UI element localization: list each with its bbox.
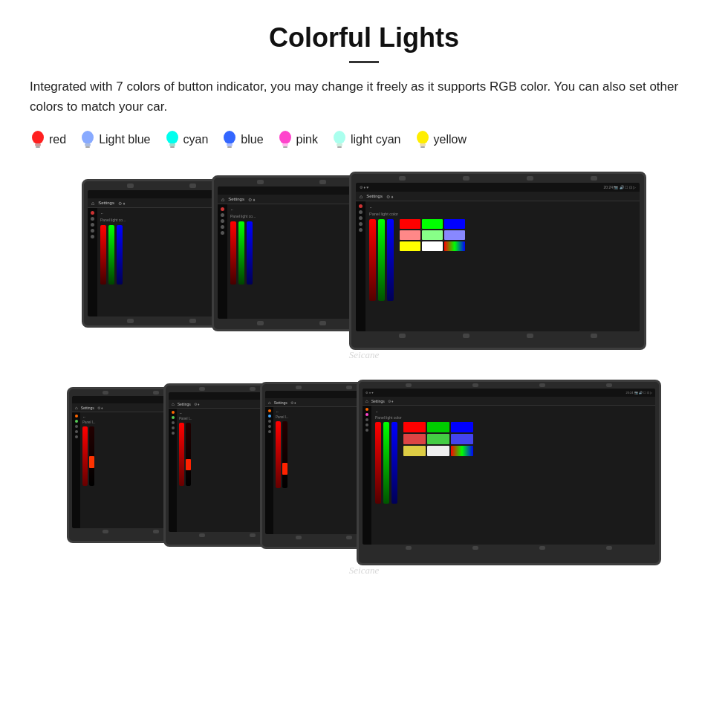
bd4-cc-rainbow: [451, 446, 473, 456]
slider-green-1: [108, 225, 114, 285]
bd3-dot: [268, 425, 271, 428]
home-icon-2: ⌂: [221, 197, 224, 202]
bd4-cc-blue2: [451, 434, 473, 444]
bd4-slider-g: [383, 422, 389, 504]
bd4-status-left: ⚙ ♦ ♥: [365, 391, 374, 394]
mount-tab: [346, 386, 352, 389]
svg-point-0: [32, 131, 44, 144]
svg-point-15: [334, 131, 345, 144]
bulb-icon-blue: [221, 130, 238, 149]
bd4-dot-orange: [365, 408, 368, 411]
settings-icon-2: ⚙ ♦: [248, 197, 256, 202]
svg-rect-14: [283, 146, 287, 148]
mount-tab: [189, 184, 196, 188]
bd4-panel-label: Panel light color: [375, 415, 651, 420]
bd3-dot-orange: [268, 409, 271, 412]
sidebar-dot: [91, 229, 94, 233]
status-time-3: 20:24 📷 🔊 ☐ ⊡ ▷: [604, 185, 636, 189]
bulb-icon-yellow: [415, 130, 431, 149]
slider-red-1: [100, 225, 106, 285]
title-divider: [349, 61, 379, 63]
bd4-status-right: 20:24 📷 🔊 ☐ ⊡ ▷: [625, 391, 652, 394]
bd2-accent: [186, 459, 191, 470]
bd4-sliders: [375, 422, 397, 504]
left-sidebar-2: [218, 204, 227, 319]
bd4-home: ⌂: [365, 399, 368, 403]
mount-tab: [250, 387, 256, 391]
bd1-sidebar: [72, 412, 80, 528]
bd4-settings-icon: ⚙ ♦: [388, 399, 394, 403]
bd3-dot: [268, 420, 271, 423]
mount-tab: [127, 319, 134, 323]
bd4-dot: [365, 423, 368, 426]
mount-tab: [103, 391, 108, 394]
color-cell-white: [422, 241, 443, 251]
color-cell-red: [400, 219, 420, 229]
bd4-back: ←: [375, 409, 651, 414]
svg-rect-16: [337, 143, 342, 146]
sidebar-dot: [91, 223, 94, 227]
left-sidebar-3: [356, 201, 365, 331]
mount-tab: [296, 536, 302, 539]
color-cell-yellow: [400, 241, 420, 251]
sidebar-dot-2d: [221, 231, 224, 235]
bd2-settings-icon: ⚙ ♦: [194, 402, 200, 406]
top-device-row: ⚙ ♦ ⌂ Settings ⚙ ♦: [82, 172, 646, 365]
bd3-settings-label: Settings: [274, 400, 287, 405]
bd4-cc-yellow: [403, 446, 426, 456]
bd2-home: ⌂: [172, 402, 175, 406]
color-cell-ltgreen: [422, 230, 443, 240]
bd2-slider-rk: [186, 423, 191, 486]
bottom-device-4: ⚙ ♦ ♥ 20:24 📷 🔊 ☐ ⊡ ▷ ⌂ Settings ⚙ ♦: [357, 380, 661, 565]
color-label-lightcyan: light cyan: [351, 133, 401, 146]
color-item-cyan: cyan: [164, 130, 209, 149]
bd4-color-grid: [403, 422, 473, 456]
mount-tab: [406, 546, 412, 550]
bd1-slider-r: [82, 426, 88, 486]
mount-tab: [199, 533, 205, 537]
bd4-slider-b: [391, 422, 397, 504]
bd2-sidebar: [169, 409, 177, 532]
bulb-icon-red: [30, 130, 46, 149]
mount-tab: [472, 383, 478, 387]
sidebar-dot-3d: [359, 228, 363, 232]
color-cell-blue: [444, 219, 465, 229]
slider-blue-1: [117, 225, 123, 285]
panel-light-label-3: Panel light color: [369, 212, 636, 216]
bd2-dot: [172, 426, 175, 429]
mount-tab-b: [399, 334, 406, 338]
color-label-blue: blue: [241, 133, 263, 146]
color-item-blue: blue: [221, 130, 263, 149]
bd1-dot: [75, 435, 78, 438]
mount-tab: [319, 321, 326, 325]
settings-label-1: Settings: [98, 201, 114, 205]
bd2-dot: [172, 432, 175, 435]
svg-rect-7: [169, 143, 175, 146]
status-left-3: ⚙ ♦ ♥: [360, 185, 368, 189]
sliders-3: [369, 219, 394, 301]
color-cell-green: [422, 219, 443, 229]
mount-tab: [539, 383, 545, 387]
bd1-settings-icon: ⚙ ♦: [97, 406, 103, 410]
bd2-dot-green: [172, 416, 175, 419]
back-arrow-3: ←: [369, 205, 636, 210]
bd1-accent: [89, 456, 94, 468]
bd4-slider-r: [375, 422, 381, 504]
color-item-lightcyan: light cyan: [331, 130, 401, 149]
bd3-settings-icon: ⚙ ♦: [290, 400, 296, 405]
bd4-cc-red2: [403, 434, 426, 444]
mount-tab: [463, 176, 469, 181]
bd4-screen: ⚙ ♦ ♥ 20:24 📷 🔊 ☐ ⊡ ▷ ⌂ Settings ⚙ ♦: [363, 389, 655, 545]
bd3-home: ⌂: [268, 400, 271, 405]
color-legend: red Light blue cyan: [30, 130, 698, 149]
svg-point-12: [279, 131, 291, 144]
device-3-body: ← Panel light color: [356, 201, 640, 331]
mount-tab: [189, 319, 196, 323]
bd2-dot-orange: [172, 411, 175, 414]
bd2-settings-label: Settings: [178, 402, 191, 406]
color-grid-3: [400, 219, 465, 251]
mount-tab-b: [591, 334, 597, 338]
sidebar-dot-2c: [221, 225, 224, 229]
sidebar-dot-red-3: [359, 204, 363, 208]
bd4-dot: [365, 418, 368, 421]
